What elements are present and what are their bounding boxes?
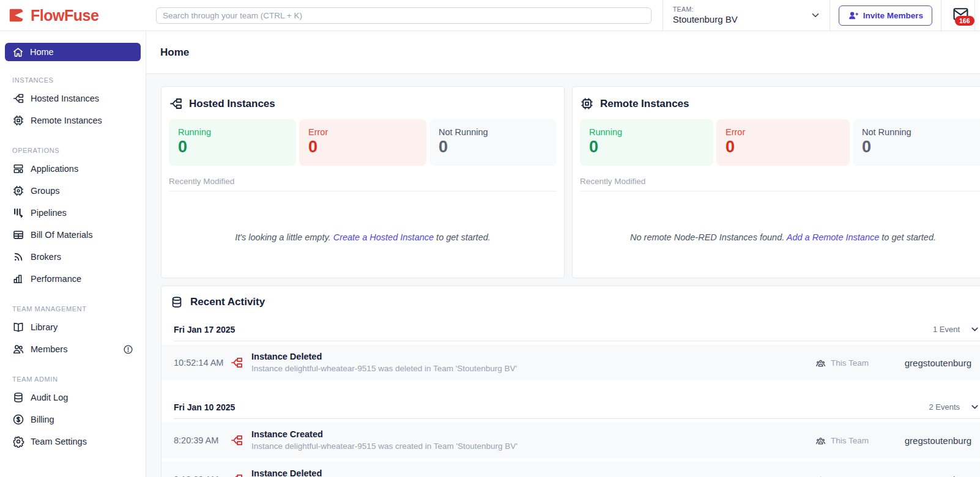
- sidebar: Home INSTANCES Hosted Instances Remote I…: [0, 31, 146, 477]
- activity-row: 8:20:39 AM Instance Created Instance del…: [161, 423, 980, 458]
- card-title: Hosted Instances: [189, 98, 275, 110]
- sidebar-section-team-management: TEAM MANAGEMENT: [12, 305, 146, 312]
- search-input[interactable]: [156, 7, 651, 24]
- chip-icon: [580, 97, 594, 111]
- sidebar-item-library[interactable]: Library: [0, 316, 146, 338]
- sidebar-item-team-settings[interactable]: Team Settings: [0, 431, 146, 453]
- event-title: Instance Created: [251, 429, 518, 440]
- stat-label: Error: [726, 127, 841, 137]
- database-icon: [12, 391, 24, 404]
- database-icon: [170, 295, 184, 309]
- sidebar-item-members[interactable]: Members: [0, 338, 146, 360]
- activity-date: Fri Jan 17 2025: [174, 325, 235, 335]
- sidebar-item-label: Groups: [31, 186, 60, 196]
- activity-group: Fri Jan 17 2025 1 Event 10:52:14 AM: [161, 316, 980, 380]
- dollar-circle-icon: [12, 413, 24, 426]
- chevron-down-icon[interactable]: [810, 10, 821, 21]
- stat-value: 0: [589, 138, 704, 157]
- stat-tile-not-running: Not Running 0: [853, 119, 980, 166]
- activity-date: Fri Jan 10 2025: [174, 402, 235, 412]
- add-remote-instance-link[interactable]: Add a Remote Instance: [787, 232, 880, 242]
- notification-badge: 166: [955, 16, 974, 26]
- header-divider: [974, 0, 975, 31]
- empty-text: No remote Node-RED Instances found.: [630, 232, 787, 242]
- sidebar-section-operations: OPERATIONS: [12, 147, 146, 154]
- sidebar-item-label: Home: [30, 47, 54, 57]
- sidebar-item-label: Performance: [31, 274, 81, 284]
- sidebar-item-audit-log[interactable]: Audit Log: [0, 386, 146, 409]
- empty-text: to get started.: [879, 232, 936, 242]
- team-selector[interactable]: TEAM: Stoutenburg BV: [663, 6, 830, 24]
- sidebar-item-performance[interactable]: Performance: [0, 268, 146, 290]
- sidebar-item-hosted-instances[interactable]: Hosted Instances: [0, 87, 146, 109]
- recently-modified-label: Recently Modified: [169, 177, 557, 191]
- event-user: gregstoutenburg: [869, 475, 971, 477]
- event-title: Instance Deleted: [251, 351, 517, 362]
- team-name: Stoutenburg BV: [673, 14, 738, 24]
- sidebar-item-groups[interactable]: Groups: [0, 180, 146, 202]
- sidebar-item-bill-of-materials[interactable]: Bill Of Materials: [0, 224, 146, 246]
- app-header: FlowFuse TEAM: Stoutenburg BV Invite Mem…: [0, 0, 980, 31]
- team-icon: [815, 358, 826, 368]
- groups-icon: [12, 185, 24, 197]
- brand[interactable]: FlowFuse: [0, 6, 146, 24]
- empty-text: It's looking a little empty.: [235, 232, 333, 242]
- search-wrap: [156, 7, 651, 24]
- sidebar-item-brokers[interactable]: Brokers: [0, 246, 146, 268]
- event-user: gregstoutenburg: [869, 358, 971, 368]
- activity-event-count: 1 Event: [933, 325, 960, 334]
- sidebar-item-applications[interactable]: Applications: [0, 158, 146, 180]
- sidebar-item-label: Remote Instances: [31, 116, 102, 125]
- user-plus-icon: [848, 10, 858, 21]
- team-icon: [815, 435, 826, 446]
- sidebar-item-home[interactable]: Home: [5, 43, 141, 61]
- members-icon: [12, 343, 24, 355]
- bar-chart-icon: [12, 273, 24, 285]
- alert-circle-icon: [123, 344, 133, 355]
- notifications-button[interactable]: 166: [941, 0, 974, 31]
- sidebar-item-pipelines[interactable]: Pipelines: [0, 202, 146, 224]
- sidebar-item-label: Bill Of Materials: [31, 230, 93, 240]
- sidebar-item-label: Members: [31, 344, 67, 354]
- stat-value: 0: [308, 138, 417, 157]
- card-title: Remote Instances: [600, 98, 689, 110]
- sidebar-item-billing[interactable]: Billing: [0, 409, 146, 431]
- stat-value: 0: [862, 138, 977, 157]
- empty-text: to get started.: [434, 232, 491, 242]
- sidebar-item-label: Billing: [31, 415, 54, 424]
- recently-modified-label: Recently Modified: [580, 177, 980, 191]
- sidebar-item-label: Brokers: [31, 252, 61, 262]
- hosted-instance-icon: [230, 434, 243, 447]
- sidebar-item-remote-instances[interactable]: Remote Instances: [0, 109, 146, 131]
- recent-activity-card: Recent Activity Fri Jan 17 2025 1 Event …: [161, 286, 980, 477]
- event-description: Instance delightful-wheatear-9515 was cr…: [251, 442, 518, 452]
- invite-members-button[interactable]: Invite Members: [839, 6, 932, 26]
- activity-group: Fri Jan 10 2025 2 Events 8:20:39 AM: [161, 394, 980, 477]
- stat-label: Error: [308, 127, 417, 137]
- sidebar-item-label: Pipelines: [31, 208, 67, 218]
- hosted-instance-icon: [12, 92, 24, 105]
- table-icon: [12, 229, 24, 241]
- divider: [174, 418, 980, 419]
- activity-row: 8:19:28 AM Instance Deleted Instance det…: [161, 462, 980, 477]
- hosted-instance-icon: [230, 473, 243, 477]
- sidebar-section-team-admin: TEAM ADMIN: [12, 375, 146, 383]
- stat-tile-error: Error 0: [299, 119, 426, 166]
- create-hosted-instance-link[interactable]: Create a Hosted Instance: [333, 232, 434, 242]
- sidebar-section-instances: INSTANCES: [12, 76, 146, 84]
- sidebar-item-label: Hosted Instances: [31, 94, 99, 103]
- chevron-down-icon[interactable]: [970, 324, 980, 335]
- brand-name: FlowFuse: [31, 7, 98, 24]
- sidebar-item-label: Applications: [31, 164, 78, 174]
- sidebar-item-label: Audit Log: [31, 393, 68, 402]
- activity-event-count: 2 Events: [929, 402, 960, 412]
- sidebar-item-label: Team Settings: [31, 437, 87, 446]
- chevron-down-icon[interactable]: [970, 402, 980, 412]
- activity-title: Recent Activity: [190, 296, 265, 308]
- hosted-empty-state: It's looking a little empty. Create a Ho…: [161, 191, 564, 283]
- page-title: Home: [160, 46, 189, 59]
- event-time: 10:52:14 AM: [174, 358, 228, 368]
- stat-label: Not Running: [862, 127, 977, 137]
- broker-icon: [12, 251, 24, 263]
- event-title: Instance Deleted: [251, 468, 560, 477]
